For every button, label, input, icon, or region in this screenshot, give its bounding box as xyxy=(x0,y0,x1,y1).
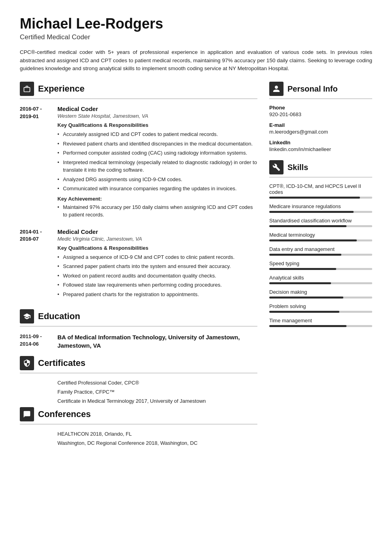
personal-info-title-text: Personal Info xyxy=(287,84,338,94)
education-entry-1: 2011-09 - 2014-06 BA of Medical Informat… xyxy=(20,333,257,350)
exp-qualifications-2: Key Qualifications & Responsibilities xyxy=(57,245,257,251)
experience-section: Experience 2016-07 - 2019-01 Medical Cod… xyxy=(20,82,257,300)
certificates-title-text: Certificates xyxy=(38,358,86,368)
skill-name-4: Data entry and management xyxy=(269,246,372,252)
skill-bar-bg-7 xyxy=(269,297,372,299)
skill-bar-fill-0 xyxy=(269,197,360,199)
skill-bar-fill-9 xyxy=(269,325,346,327)
skill-name-7: Decision making xyxy=(269,289,372,295)
certificates-icon xyxy=(20,356,34,370)
exp-bullets-2: Assigned a sequence of ICD-9 CM and CPT … xyxy=(57,253,257,299)
person-icon-container xyxy=(269,82,284,96)
skill-bar-fill-8 xyxy=(269,311,339,313)
phone-value: 920-201-0683 xyxy=(269,111,372,117)
linkedin-label: LinkedIn xyxy=(269,140,372,145)
skill-bar-bg-0 xyxy=(269,197,372,199)
skills-title-text: Skills xyxy=(287,163,308,172)
skill-item-2: Standardised classification workflow xyxy=(269,218,372,227)
exp-title-1: Medical Coder xyxy=(57,105,257,112)
left-column: Experience 2016-07 - 2019-01 Medical Cod… xyxy=(20,82,269,449)
right-column: Personal Info Phone 920-201-0683 E-mail … xyxy=(269,82,372,449)
skill-bar-bg-8 xyxy=(269,311,372,313)
person-icon xyxy=(272,85,280,93)
exp-company-1: Western State Hospital, Jamestown, VA xyxy=(57,113,257,119)
skill-item-9: Time management xyxy=(269,318,372,327)
certificates-section: Certificates Certified Professional Code… xyxy=(20,356,257,404)
skill-bar-fill-4 xyxy=(269,254,341,256)
skill-item-7: Decision making xyxy=(269,289,372,299)
skill-name-8: Problem solving xyxy=(269,303,372,309)
personal-info-title: Personal Info xyxy=(269,82,372,99)
conf-item-1: HEALTHCON 2018, Orlando, FL xyxy=(20,431,257,437)
exp-content-2: Medical Coder Medic Virginia Clinic, Jam… xyxy=(57,228,257,300)
skill-name-1: Medicare insurance regulations xyxy=(269,203,372,209)
exp-company-2: Medic Virginia Clinic, Jamestown, VA xyxy=(57,236,257,242)
personal-info-section: Personal Info Phone 920-201-0683 E-mail … xyxy=(269,82,372,152)
skill-name-2: Standardised classification workflow xyxy=(269,218,372,224)
skills-section: Skills CPT®, ICD-10-CM, and HCPCS Level … xyxy=(269,160,372,327)
education-title-text: Education xyxy=(38,311,80,322)
bullet-item: Assigned a sequence of ICD-9 CM and CPT … xyxy=(57,253,257,261)
experience-entry-2: 2014-01 - 2016-07 Medical Coder Medic Vi… xyxy=(20,228,257,300)
skill-bar-fill-2 xyxy=(269,225,346,227)
header-section: Michael Lee-Rodgers Certified Medical Co… xyxy=(20,16,372,41)
exp-dates-2: 2014-01 - 2016-07 xyxy=(20,228,57,300)
briefcase-icon xyxy=(23,85,31,93)
exp-content-1: Medical Coder Western State Hospital, Ja… xyxy=(57,105,257,219)
skill-bar-bg-2 xyxy=(269,225,372,227)
skill-bar-fill-7 xyxy=(269,297,343,299)
skill-bar-bg-6 xyxy=(269,282,372,284)
achievement-title-1: Key Achievement: xyxy=(57,196,257,202)
summary-text: CPC®-certified medical coder with 5+ yea… xyxy=(20,48,372,73)
experience-icon xyxy=(20,82,34,96)
skill-item-1: Medicare insurance regulations xyxy=(269,203,372,213)
bullet-item: Followed state law requirements when per… xyxy=(57,281,257,289)
exp-title-2: Medical Coder xyxy=(57,228,257,235)
candidate-title: Certified Medical Coder xyxy=(20,33,372,41)
bullet-item: Scanned paper patient charts into the sy… xyxy=(57,262,257,270)
skill-item-4: Data entry and management xyxy=(269,246,372,256)
skills-list: CPT®, ICD-10-CM, and HCPCS Level II code… xyxy=(269,183,372,327)
exp-dates-1: 2016-07 - 2019-01 xyxy=(20,105,57,219)
experience-section-title: Experience xyxy=(20,82,257,99)
skill-bar-fill-1 xyxy=(269,211,354,213)
bullet-item: Prepared patient charts for the registra… xyxy=(57,291,257,299)
email-label: E-mail xyxy=(269,122,372,128)
resume-container: Michael Lee-Rodgers Certified Medical Co… xyxy=(0,0,392,465)
certificate-icon xyxy=(23,359,31,367)
cert-item-2: Family Practice, CFPC™ xyxy=(20,389,257,395)
skill-name-6: Analytical skills xyxy=(269,275,372,281)
skills-icon-container xyxy=(269,160,284,174)
edu-dates-1: 2011-09 - 2014-06 xyxy=(20,333,57,350)
cert-item-1: Certified Professional Coder, CPC® xyxy=(20,380,257,386)
main-layout: Experience 2016-07 - 2019-01 Medical Cod… xyxy=(20,82,372,449)
skill-name-9: Time management xyxy=(269,318,372,323)
cert-item-3: Certificate in Medical Terminology 2017,… xyxy=(20,398,257,404)
skill-bar-bg-5 xyxy=(269,268,372,270)
phone-label: Phone xyxy=(269,105,372,111)
education-icon xyxy=(20,309,34,323)
skill-bar-bg-3 xyxy=(269,239,372,241)
skill-item-0: CPT®, ICD-10-CM, and HCPCS Level II code… xyxy=(269,183,372,199)
exp-bullets-1: Accurately assigned ICD and CPT codes to… xyxy=(57,130,257,193)
conferences-section: Conferences HEALTHCON 2018, Orlando, FL … xyxy=(20,407,257,446)
skill-name-5: Speed typing xyxy=(269,260,372,266)
linkedin-value: linkedin.com/in/michaelleer xyxy=(269,146,372,152)
skill-name-0: CPT®, ICD-10-CM, and HCPCS Level II code… xyxy=(269,183,372,195)
skill-bar-bg-9 xyxy=(269,325,372,327)
edu-content-1: BA of Medical Information Technology, Un… xyxy=(57,333,257,350)
conferences-section-title: Conferences xyxy=(20,407,257,425)
skill-item-5: Speed typing xyxy=(269,260,372,270)
skills-icon xyxy=(272,163,280,171)
conf-item-2: Washington, DC Regional Conference 2018,… xyxy=(20,440,257,446)
skill-item-3: Medical terminology xyxy=(269,232,372,241)
skill-bar-fill-3 xyxy=(269,239,357,241)
conferences-title-text: Conferences xyxy=(38,409,91,419)
education-section: Education 2011-09 - 2014-06 BA of Medica… xyxy=(20,309,257,350)
edu-degree-1: BA of Medical Information Technology, Un… xyxy=(57,333,257,350)
exp-qualifications-1: Key Qualifications & Responsibilities xyxy=(57,122,257,128)
email-value: m.leerodgers@gmail.com xyxy=(269,129,372,135)
skill-name-3: Medical terminology xyxy=(269,232,372,238)
bullet-item: Worked on patient record audits and docu… xyxy=(57,272,257,280)
graduation-icon xyxy=(23,312,31,320)
